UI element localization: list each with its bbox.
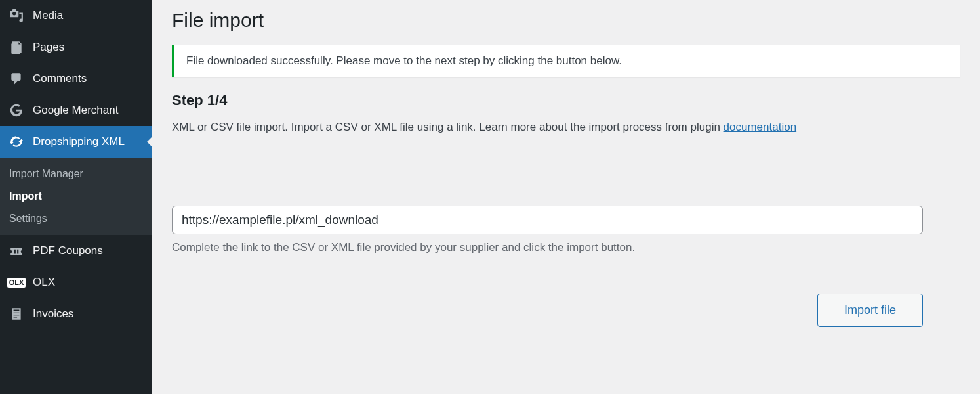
sync-icon: [8, 133, 25, 150]
sidebar-submenu: Import Manager Import Settings: [0, 158, 152, 235]
sidebar-item-dropshipping-xml[interactable]: Dropshipping XML: [0, 126, 152, 158]
comments-icon: [8, 70, 25, 87]
sidebar-item-label: Google Merchant: [33, 104, 118, 117]
coupons-icon: [8, 242, 25, 259]
main-content: File import File downloaded successfully…: [152, 0, 980, 394]
sidebar-item-label: PDF Coupons: [33, 244, 103, 257]
sidebar-item-label: OLX: [33, 276, 55, 289]
section-divider: [172, 146, 960, 146]
step-description-text: XML or CSV file import. Import a CSV or …: [172, 121, 724, 133]
import-file-button[interactable]: Import file: [817, 294, 923, 327]
submenu-item-settings[interactable]: Settings: [0, 208, 152, 230]
sidebar-item-google-merchant[interactable]: Google Merchant: [0, 95, 152, 126]
invoices-icon: [8, 305, 25, 322]
button-row: Import file: [172, 294, 923, 327]
submenu-item-import[interactable]: Import: [0, 185, 152, 208]
sidebar-item-label: Comments: [33, 72, 87, 85]
notice-success: File downloaded successfully. Please mov…: [172, 45, 960, 77]
step-description: XML or CSV file import. Import a CSV or …: [172, 121, 960, 134]
olx-icon: OLX: [8, 274, 25, 291]
sidebar-item-label: Invoices: [33, 307, 73, 320]
file-url-input[interactable]: [172, 206, 923, 234]
media-icon: [8, 7, 25, 24]
pages-icon: [8, 39, 25, 56]
documentation-link[interactable]: documentation: [724, 121, 797, 133]
submenu-item-import-manager[interactable]: Import Manager: [0, 163, 152, 185]
sidebar-item-pdf-coupons[interactable]: PDF Coupons: [0, 235, 152, 267]
sidebar-item-label: Dropshipping XML: [33, 135, 125, 148]
sidebar-item-olx[interactable]: OLX OLX: [0, 267, 152, 298]
sidebar-item-label: Media: [33, 9, 63, 22]
google-icon: [8, 102, 25, 119]
step-title: Step 1/4: [172, 92, 960, 109]
url-help-text: Complete the link to the CSV or XML file…: [172, 241, 960, 254]
admin-sidebar: Media Pages Comments Google Merchant Dro…: [0, 0, 152, 394]
sidebar-item-comments[interactable]: Comments: [0, 63, 152, 95]
page-title: File import: [172, 9, 960, 32]
notice-text: File downloaded successfully. Please mov…: [186, 55, 622, 67]
url-input-row: [172, 206, 960, 234]
sidebar-item-media[interactable]: Media: [0, 0, 152, 32]
sidebar-item-pages[interactable]: Pages: [0, 32, 152, 63]
sidebar-item-label: Pages: [33, 41, 64, 54]
sidebar-item-invoices[interactable]: Invoices: [0, 298, 152, 330]
